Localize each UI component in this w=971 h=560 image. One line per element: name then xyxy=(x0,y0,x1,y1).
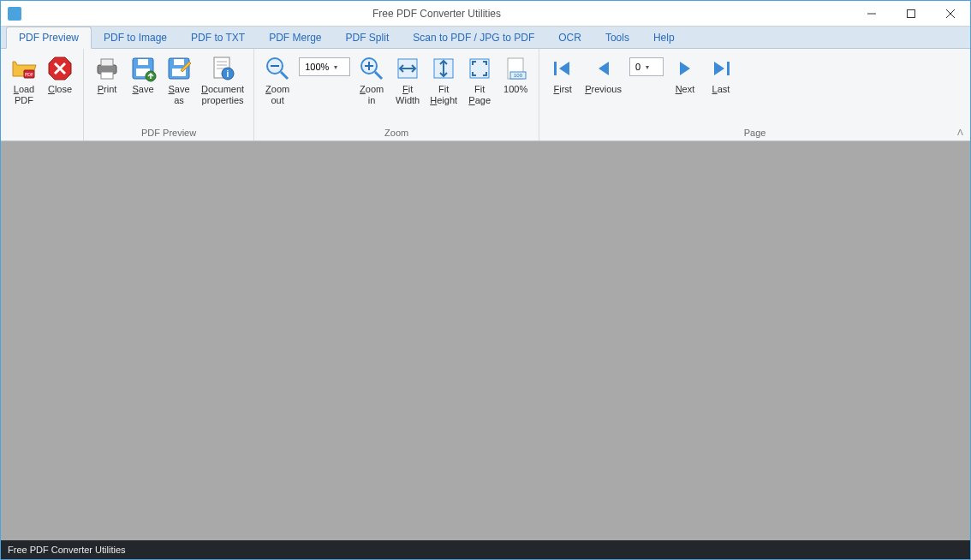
page-100-icon: 100 xyxy=(502,55,529,82)
app-icon xyxy=(8,7,21,21)
svg-marker-44 xyxy=(714,62,724,75)
svg-rect-45 xyxy=(727,62,730,75)
zoom-combo-value: 100% xyxy=(305,62,329,72)
svg-rect-14 xyxy=(138,59,148,65)
ribbon-group-page: First Previous 0 ▾ Next xyxy=(539,49,970,140)
minimize-button[interactable] xyxy=(852,1,891,26)
file-group-label xyxy=(1,136,83,140)
zoom-in-button[interactable]: Zoomin xyxy=(354,52,390,109)
svg-marker-43 xyxy=(680,62,690,75)
minimize-icon xyxy=(867,9,876,18)
svg-rect-10 xyxy=(101,59,113,66)
zoom-combo[interactable]: 100% ▾ xyxy=(299,57,350,76)
close-stop-icon xyxy=(46,55,74,82)
fit-width-icon xyxy=(394,55,421,82)
close-icon xyxy=(946,9,955,18)
svg-rect-40 xyxy=(554,62,557,75)
previous-label: Previous xyxy=(585,84,622,95)
tab-scan-to-pdf[interactable]: Scan to PDF / JPG to PDF xyxy=(401,27,546,48)
print-button[interactable]: Print xyxy=(89,52,125,98)
save-icon xyxy=(129,55,157,82)
fit-width-label: FitWidth xyxy=(396,84,420,106)
tab-help[interactable]: Help xyxy=(641,27,687,48)
close-label: Close xyxy=(48,84,72,95)
print-label: Print xyxy=(98,84,117,95)
svg-rect-18 xyxy=(174,59,184,65)
zoom-in-icon xyxy=(358,55,385,82)
last-label: Last xyxy=(712,84,730,95)
svg-text:i: i xyxy=(227,69,229,79)
tab-bar: PDF Preview PDF to Image PDF to TXT PDF … xyxy=(1,27,970,49)
doc-props-label: Documentproperties xyxy=(201,84,244,106)
next-icon xyxy=(671,55,699,82)
folder-open-icon: PDF xyxy=(10,55,38,82)
ribbon-group-preview: Print Save Saveas i Documentproperties xyxy=(84,49,254,140)
close-window-button[interactable] xyxy=(931,1,970,26)
status-bar: Free PDF Converter Utilities xyxy=(1,540,970,559)
maximize-icon xyxy=(907,9,915,18)
zoom-100-button[interactable]: 100 100% xyxy=(497,52,533,98)
fit-height-icon xyxy=(430,55,457,82)
zoom-group-label: Zoom xyxy=(254,126,539,140)
page-combo[interactable]: 0 ▾ xyxy=(629,57,664,76)
load-pdf-label: LoadPDF xyxy=(14,84,34,106)
svg-text:PDF: PDF xyxy=(25,72,33,77)
save-button[interactable]: Save xyxy=(125,52,161,98)
svg-line-29 xyxy=(375,72,382,79)
svg-rect-1 xyxy=(908,9,915,17)
next-label: Next xyxy=(676,84,695,95)
tab-ocr[interactable]: OCR xyxy=(546,27,593,48)
load-pdf-button[interactable]: PDF LoadPDF xyxy=(6,52,42,109)
ribbon: PDF LoadPDF Close Print xyxy=(1,49,970,141)
save-as-label: Saveas xyxy=(168,84,189,106)
chevron-up-icon: ᐱ xyxy=(957,128,963,137)
save-as-button[interactable]: Saveas xyxy=(161,52,197,109)
ribbon-group-file: PDF LoadPDF Close xyxy=(1,49,84,140)
tab-pdf-split[interactable]: PDF Split xyxy=(334,27,402,48)
printer-icon xyxy=(93,55,121,82)
fit-height-label: FitHeight xyxy=(430,84,457,106)
tab-pdf-to-txt[interactable]: PDF to TXT xyxy=(179,27,257,48)
zoom-out-button[interactable]: Zoomout xyxy=(259,52,295,109)
preview-area xyxy=(1,141,970,540)
zoom-out-icon xyxy=(264,55,291,82)
previous-icon xyxy=(590,55,617,82)
svg-text:100: 100 xyxy=(514,73,523,78)
page-group-label: Page xyxy=(539,126,970,140)
fit-height-button[interactable]: FitHeight xyxy=(426,52,462,109)
tab-pdf-to-image[interactable]: PDF to Image xyxy=(92,27,179,48)
doc-properties-button[interactable]: i Documentproperties xyxy=(197,52,248,109)
document-info-icon: i xyxy=(209,55,236,82)
window-controls xyxy=(852,1,970,26)
tab-pdf-merge[interactable]: PDF Merge xyxy=(257,27,333,48)
tab-pdf-preview[interactable]: PDF Preview xyxy=(6,27,92,49)
ribbon-collapse-button[interactable]: ᐱ xyxy=(957,128,963,137)
ribbon-group-zoom: Zoomout 100% ▾ Zoomin FitWidth xyxy=(254,49,539,140)
svg-marker-42 xyxy=(599,62,609,75)
close-button[interactable]: Close xyxy=(42,52,78,98)
fit-page-button[interactable]: FitPage xyxy=(462,52,497,109)
fit-width-button[interactable]: FitWidth xyxy=(390,52,426,109)
zoom-100-label: 100% xyxy=(503,84,527,95)
save-label: Save xyxy=(132,84,153,95)
next-page-button[interactable]: Next xyxy=(667,52,703,98)
status-text: Free PDF Converter Utilities xyxy=(8,545,126,555)
maximize-button[interactable] xyxy=(891,1,931,26)
previous-page-button[interactable]: Previous xyxy=(581,52,626,98)
first-page-button[interactable]: First xyxy=(545,52,581,98)
last-page-button[interactable]: Last xyxy=(703,52,739,98)
titlebar: Free PDF Converter Utilities xyxy=(1,1,970,27)
tab-tools[interactable]: Tools xyxy=(593,27,641,48)
fit-page-icon xyxy=(466,55,493,82)
zoom-in-label: Zoomin xyxy=(360,84,384,106)
last-icon xyxy=(707,55,735,82)
page-combo-value: 0 xyxy=(635,62,640,72)
first-icon xyxy=(549,55,576,82)
svg-marker-41 xyxy=(559,62,569,75)
chevron-down-icon: ▾ xyxy=(646,63,649,71)
save-as-icon xyxy=(165,55,193,82)
svg-rect-11 xyxy=(101,72,113,79)
chevron-down-icon: ▾ xyxy=(334,63,337,71)
first-label: First xyxy=(553,84,571,95)
preview-group-label: PDF Preview xyxy=(84,126,253,140)
